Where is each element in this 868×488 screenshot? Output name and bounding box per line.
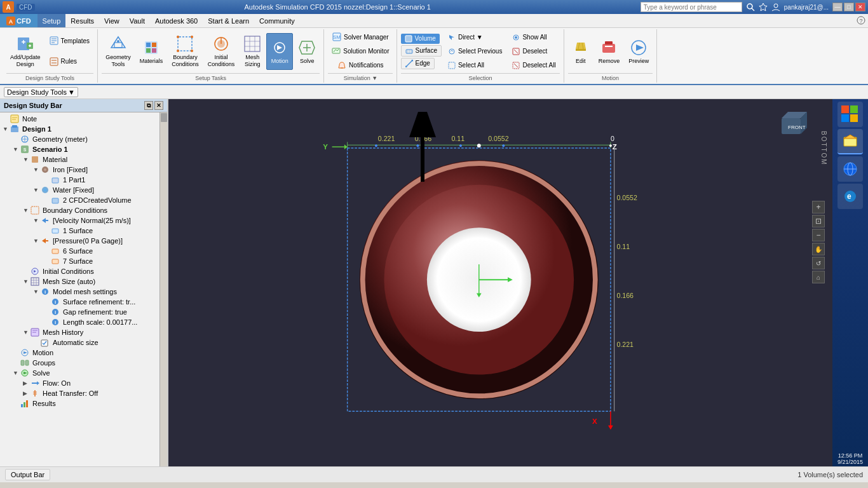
pressure-icon <box>41 236 51 245</box>
motion-button[interactable]: Motion <box>266 33 293 70</box>
user-icon[interactable] <box>771 3 780 11</box>
zoom-in-button[interactable]: + <box>812 201 825 214</box>
notifications-button[interactable]: Notifications <box>334 59 387 72</box>
taskbar-browser-icon[interactable] <box>837 156 863 182</box>
tree-autosize[interactable]: Automatic size <box>1 337 158 348</box>
show-all-label: Show All <box>522 34 546 41</box>
solver-manager-button[interactable]: SM Solver Manager <box>329 30 393 43</box>
solve-button[interactable]: Solve <box>294 33 320 70</box>
tree-pressure[interactable]: ▼ [Pressure(0 Pa Gage)] <box>1 236 158 246</box>
close-button[interactable]: ✕ <box>855 3 865 11</box>
menu-vault[interactable]: Vault <box>125 14 150 27</box>
rotate-button[interactable]: ↺ <box>812 257 825 269</box>
tree-heat[interactable]: ▶ Heat Transfer: Off <box>1 388 158 398</box>
boundary-conditions-button[interactable]: BoundaryConditions <box>168 33 203 70</box>
tree-results[interactable]: Results <box>1 398 158 409</box>
preview-button[interactable]: Preview <box>625 33 653 70</box>
tree-cfdvol[interactable]: 2 CFDCreatedVolume <box>1 195 158 205</box>
search-icon[interactable] <box>746 3 755 11</box>
tree-lengthsc[interactable]: i Length scale: 0.00177... <box>1 317 158 327</box>
mesh-sizing-button[interactable]: MeshSizing <box>240 33 265 70</box>
gapref-label: Gap refinement: true <box>63 308 127 316</box>
direct-button[interactable]: Direct ▼ <box>444 31 506 44</box>
tree-motion[interactable]: Motion <box>1 348 158 358</box>
zoom-fit-button[interactable]: ⊡ <box>812 215 825 227</box>
zoom-out-button[interactable]: − <box>812 229 825 241</box>
tree-design1[interactable]: ▼ Design 1 <box>1 124 158 134</box>
menu-results[interactable]: Results <box>65 14 99 27</box>
viewport[interactable]: BOTTOM 0.221 <box>168 99 832 466</box>
help-icon[interactable]: ? <box>857 16 865 25</box>
tree-material[interactable]: ▼ Material <box>1 154 158 165</box>
svg-text:A: A <box>6 4 10 11</box>
tree-iron[interactable]: ▼ Iron [Fixed] <box>1 165 158 175</box>
tree-mesh[interactable]: ▼ Mesh Size (auto) <box>1 276 158 287</box>
tree-bc[interactable]: ▼ Boundary Conditions <box>1 205 158 215</box>
svg-rect-182 <box>841 114 849 122</box>
search-input[interactable] <box>641 2 742 12</box>
tree-geometry[interactable]: Geometry (meter) <box>1 134 158 144</box>
tree-surf1[interactable]: 1 Surface <box>1 226 158 236</box>
tree-groups[interactable]: Groups <box>1 358 158 368</box>
scenario1-expand: ▼ <box>13 146 20 152</box>
mesh-tree-icon <box>31 277 41 286</box>
volume-button[interactable]: Volume <box>401 34 439 44</box>
menu-community[interactable]: Community <box>254 14 300 27</box>
dsb-float-button[interactable]: ⧉ <box>144 101 153 110</box>
tree-velocity[interactable]: ▼ [Velocity Normal(25 m/s)] <box>1 215 158 226</box>
tree-scenario1[interactable]: ▼ S Scenario 1 <box>1 144 158 154</box>
tree-surf7[interactable]: 7 Surface <box>1 256 158 266</box>
minimize-button[interactable]: — <box>832 3 843 11</box>
taskbar-explorer-icon[interactable] <box>837 129 863 154</box>
select-all-button[interactable]: Select All <box>444 59 506 72</box>
materials-button[interactable]: Materials <box>136 33 167 70</box>
direct-label: Direct ▼ <box>458 34 483 41</box>
add-update-design-button[interactable]: Add/UpdateDesign <box>6 33 44 70</box>
templates-button[interactable]: Templates <box>46 34 94 47</box>
tree-note[interactable]: Note <box>1 114 158 124</box>
nav-cube[interactable]: FRONT <box>772 105 810 145</box>
show-all-button[interactable]: Show All <box>508 31 559 44</box>
tree-part1[interactable]: 1 Part1 <box>1 175 158 185</box>
geometry-tools-button[interactable]: GeometryTools <box>102 33 135 70</box>
edge-button[interactable]: Edge <box>401 58 434 69</box>
tree-flow[interactable]: ▶ Flow: On <box>1 378 158 388</box>
svg-marker-97 <box>42 238 48 243</box>
deselect-all-button[interactable]: Deselect All <box>508 59 559 72</box>
tree-surfref[interactable]: i Surface refinement: tr... <box>1 297 158 307</box>
initial-conditions-button[interactable]: InitialConditions <box>204 33 239 70</box>
remove-button[interactable]: Remove <box>595 33 624 70</box>
motion-label: Motion <box>32 349 53 356</box>
select-previous-button[interactable]: Select Previous <box>444 45 506 58</box>
tree-meshhistory[interactable]: ▼ Mesh History <box>1 327 158 337</box>
tree-ic[interactable]: Initial Conditions <box>1 266 158 276</box>
pan-button[interactable]: ✋ <box>812 243 825 255</box>
maximize-button[interactable]: □ <box>844 3 854 11</box>
tree-surf6[interactable]: 6 Surface <box>1 246 158 256</box>
dsb-close-button[interactable]: ✕ <box>154 101 163 110</box>
star-icon[interactable] <box>759 3 768 11</box>
scroll-thumb[interactable] <box>161 113 167 122</box>
menu-view[interactable]: View <box>99 14 125 27</box>
direct-icon <box>448 34 456 41</box>
tree-meshset[interactable]: ▼ i Model mesh settings <box>1 287 158 297</box>
surface-button[interactable]: Surface <box>401 45 441 57</box>
tree-scrollbar[interactable] <box>159 112 167 466</box>
menu-cfd[interactable]: A CFD <box>0 14 37 27</box>
taskbar-ie-icon[interactable]: e <box>837 184 863 209</box>
tree-water[interactable]: ▼ Water [Fixed] <box>1 185 158 195</box>
solution-monitor-button[interactable]: Solution Monitor <box>328 44 393 57</box>
home-button[interactable]: ⌂ <box>812 271 825 283</box>
output-bar-button[interactable]: Output Bar <box>5 469 50 480</box>
menu-start-learn[interactable]: Start & Learn <box>203 14 254 27</box>
menu-autodesk360[interactable]: Autodesk 360 <box>150 14 203 27</box>
tree-solve[interactable]: ▼ Solve <box>1 368 158 378</box>
menu-setup[interactable]: Setup <box>37 14 66 27</box>
tree-gapref[interactable]: i Gap refinement: true <box>1 307 158 317</box>
bc-icon <box>31 206 41 215</box>
edit-button[interactable]: Edit <box>568 33 593 70</box>
taskbar-start-icon[interactable] <box>837 102 863 127</box>
design-study-dropdown[interactable]: Design Study Tools ▼ <box>4 87 78 97</box>
rules-button[interactable]: Rules <box>46 55 94 68</box>
deselect-button[interactable]: Deselect <box>508 45 559 58</box>
